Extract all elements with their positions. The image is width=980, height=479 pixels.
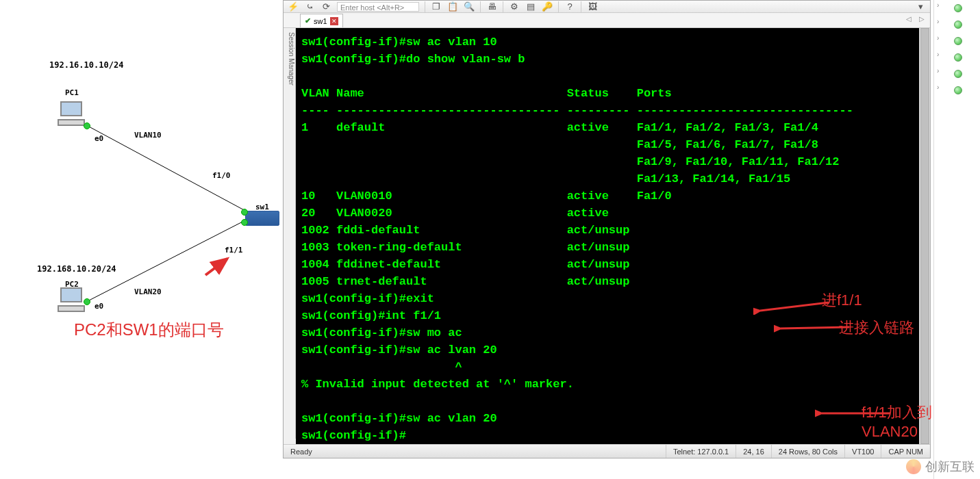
disconnect-icon[interactable]: ⤿ <box>304 1 315 12</box>
status-term-type: VT100 <box>845 445 881 458</box>
led-icon <box>954 70 962 78</box>
note-pc2-port: PC2和SW1的端口号 <box>74 319 224 341</box>
led-icon <box>954 21 962 29</box>
pc2-iface-label: e0 <box>95 302 103 311</box>
chev-icon: › <box>937 34 939 48</box>
print-icon[interactable]: 🖶 <box>486 1 497 12</box>
status-cursor-pos: 24, 16 <box>736 445 772 458</box>
tab-nav-arrows[interactable]: ◁ ▷ <box>906 15 927 23</box>
toolbar-overflow-icon[interactable]: ▾ <box>915 1 926 12</box>
f11-label: f1/1 <box>225 246 243 255</box>
terminal-scrollbar[interactable] <box>919 28 930 444</box>
pc1-link-dot <box>84 122 90 129</box>
vlan10-label: VLAN10 <box>134 131 162 140</box>
vlan20-label: VLAN20 <box>134 287 162 296</box>
refresh-icon[interactable]: ⟳ <box>321 1 331 12</box>
sw1-dot-bottom <box>241 219 248 226</box>
chev-icon: › <box>937 67 939 81</box>
watermark-logo-icon <box>906 459 921 474</box>
led-icon <box>954 37 962 45</box>
pc1-label: PC1 <box>65 88 79 97</box>
help-icon[interactable]: ? <box>564 1 575 12</box>
switch-icon <box>245 211 279 226</box>
terminal-output[interactable]: sw1(config-if)#sw ac vlan 10 sw1(config-… <box>296 28 930 444</box>
app-toolbar: ⚡ ⤿ ⟳ Enter host <Alt+R> ❐ 📋 🔍 🖶 ⚙ ▤ 🔑 ?… <box>284 1 930 13</box>
led-icon <box>954 86 962 94</box>
chev-icon: › <box>937 1 939 15</box>
status-bar: Ready Telnet: 127.0.0.1 24, 16 24 Rows, … <box>284 444 930 458</box>
f10-label: f1/0 <box>212 171 231 180</box>
watermark: 创新互联 <box>906 458 975 475</box>
led-icon <box>954 4 962 12</box>
pc2-link-dot <box>84 298 90 305</box>
paste-icon[interactable]: 📋 <box>447 1 458 12</box>
subnet1-label: 192.16.10.10/24 <box>49 60 123 70</box>
sw1-dot-top <box>241 209 248 216</box>
tab-close-button[interactable]: ✕ <box>330 17 338 25</box>
copy-icon[interactable]: ❐ <box>431 1 442 12</box>
status-connection: Telnet: 127.0.0.1 <box>666 445 736 458</box>
pc1-iface-label: e0 <box>95 134 103 143</box>
chev-icon: › <box>937 18 939 31</box>
tab-sw1[interactable]: ✔ sw1 ✕ <box>300 14 343 27</box>
status-rows-cols: 24 Rows, 80 Cols <box>772 445 845 458</box>
scrollbar-thumb[interactable] <box>920 28 929 444</box>
palette-icon[interactable]: 🖼 <box>587 1 598 12</box>
pc1-icon <box>56 101 86 126</box>
status-ready: Ready <box>284 445 666 458</box>
session-manager-sidebar[interactable]: Session Manager <box>284 28 296 439</box>
chev-icon: › <box>937 83 939 97</box>
network-topology-diagram: 192.16.10.10/24 PC1 e0 VLAN10 f1/0 sw1 f… <box>0 0 281 479</box>
tab-active-check-icon: ✔ <box>305 16 311 25</box>
chev-icon: › <box>937 51 939 64</box>
find-icon[interactable]: 🔍 <box>464 1 475 12</box>
reconnect-icon[interactable]: ⚡ <box>288 1 299 12</box>
status-caps-num: CAP NUM <box>881 445 930 458</box>
svg-line-0 <box>88 126 248 212</box>
led-icon <box>954 53 962 62</box>
right-led-panel: › › › › › › <box>933 0 980 479</box>
host-input[interactable]: Enter host <Alt+R> <box>337 2 419 12</box>
subnet2-label: 192.168.10.20/24 <box>37 264 116 274</box>
svg-line-1 <box>88 219 248 301</box>
pc2-icon <box>56 287 86 312</box>
session-tabbar: ✔ sw1 ✕ ◁ ▷ <box>284 13 930 28</box>
terminal-app-window: ⚡ ⤿ ⟳ Enter host <Alt+R> ❐ 📋 🔍 🖶 ⚙ ▤ 🔑 ?… <box>283 0 931 458</box>
key-icon[interactable]: 🔑 <box>542 1 553 12</box>
watermark-text: 创新互联 <box>925 458 975 475</box>
session-icon[interactable]: ▤ <box>525 1 536 12</box>
tab-label: sw1 <box>314 17 327 25</box>
settings-icon[interactable]: ⚙ <box>509 1 520 12</box>
topology-links-svg <box>0 0 281 479</box>
